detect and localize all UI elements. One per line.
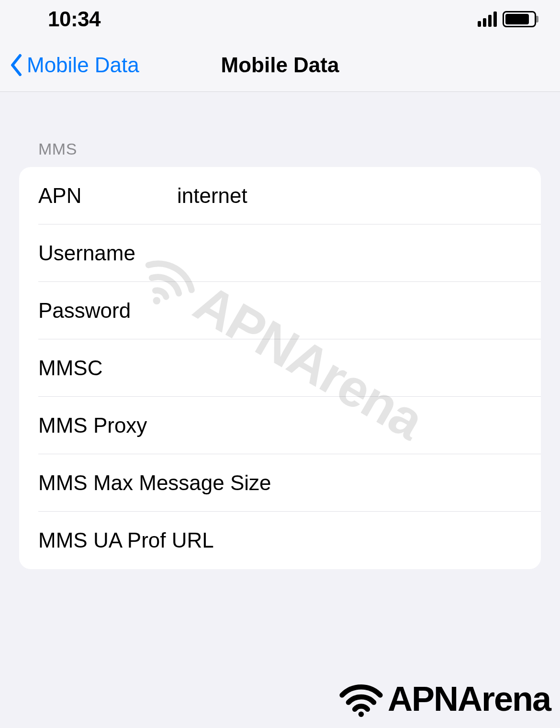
username-input[interactable] [177, 241, 522, 265]
mms-max-size-label: MMS Max Message Size [38, 471, 271, 495]
mms-ua-prof-row[interactable]: MMS UA Prof URL [19, 512, 541, 569]
password-label: Password [38, 299, 177, 323]
mms-settings-group: APN Username Password MMSC MMS Proxy MMS… [19, 167, 541, 569]
apn-label: APN [38, 184, 177, 208]
password-row[interactable]: Password [19, 282, 541, 339]
chevron-left-icon [10, 54, 23, 77]
section-header-mms: MMS [0, 92, 560, 167]
status-time: 10:34 [48, 7, 101, 31]
password-input[interactable] [177, 299, 522, 323]
battery-icon [503, 11, 536, 27]
mms-max-size-row[interactable]: MMS Max Message Size [19, 454, 541, 512]
mms-proxy-label: MMS Proxy [38, 414, 147, 437]
mms-proxy-row[interactable]: MMS Proxy [19, 397, 541, 454]
mmsc-label: MMSC [38, 356, 177, 380]
username-label: Username [38, 241, 177, 265]
status-indicators [478, 11, 536, 27]
svg-point-1 [358, 712, 364, 717]
back-button[interactable]: Mobile Data [10, 53, 139, 77]
brand-text: APNArena [388, 679, 550, 718]
back-label: Mobile Data [27, 53, 139, 77]
apn-row[interactable]: APN [19, 167, 541, 224]
username-row[interactable]: Username [19, 224, 541, 282]
wifi-icon [338, 680, 384, 718]
apn-input[interactable] [177, 184, 522, 208]
mmsc-input[interactable] [177, 356, 522, 380]
mmsc-row[interactable]: MMSC [19, 339, 541, 397]
mms-ua-prof-label: MMS UA Prof URL [38, 528, 214, 552]
cellular-signal-icon [478, 11, 497, 27]
brand-footer: APNArena [338, 679, 550, 718]
page-title: Mobile Data [221, 53, 339, 77]
navigation-bar: Mobile Data Mobile Data [0, 38, 560, 92]
status-bar: 10:34 [0, 0, 560, 38]
